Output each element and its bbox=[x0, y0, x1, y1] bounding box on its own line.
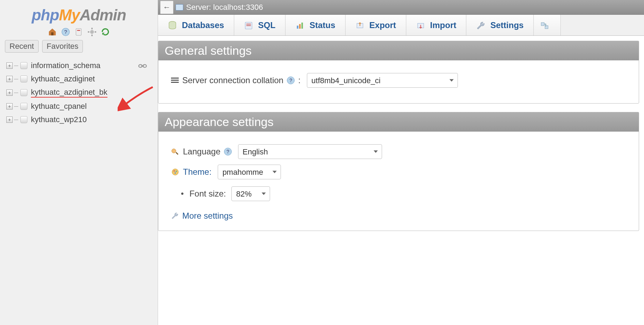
tab-more[interactable] bbox=[534, 15, 561, 35]
tab-sql[interactable]: SQL bbox=[234, 15, 285, 35]
expand-icon[interactable]: + bbox=[6, 76, 13, 82]
app-logo: phpMyAdmin bbox=[0, 3, 158, 25]
database-icon bbox=[20, 75, 27, 82]
link-chain-icon[interactable] bbox=[138, 63, 147, 69]
db-label: information_schema bbox=[31, 61, 100, 70]
db-label: kythuatc_azdiginet bbox=[31, 74, 95, 84]
tab-export[interactable]: Export bbox=[346, 15, 406, 35]
db-label: kythuatc_cpanel bbox=[31, 102, 87, 111]
svg-rect-22 bbox=[541, 22, 544, 26]
database-icon bbox=[20, 62, 27, 69]
reload-icon[interactable] bbox=[101, 27, 110, 37]
database-tree: +information_schema +kythuatc_azdiginet … bbox=[0, 56, 158, 126]
db-tree-item[interactable]: +kythuatc_cpanel bbox=[6, 100, 153, 113]
panel-title: General settings bbox=[158, 41, 639, 60]
server-bar: ← Server: localhost:3306 bbox=[158, 0, 644, 15]
server-label: Server: localhost:3306 bbox=[186, 3, 263, 12]
database-icon bbox=[168, 21, 177, 29]
theme-select[interactable]: pmahomme bbox=[218, 165, 281, 179]
svg-point-31 bbox=[175, 172, 176, 174]
sql-icon bbox=[244, 21, 253, 29]
server-icon bbox=[176, 4, 183, 11]
svg-text:?: ? bbox=[64, 29, 67, 35]
home-icon[interactable] bbox=[48, 27, 57, 37]
svg-rect-25 bbox=[171, 80, 179, 81]
tab-label: Settings bbox=[490, 20, 524, 30]
tab-label: Export bbox=[369, 20, 396, 30]
svg-point-27 bbox=[172, 149, 176, 153]
general-settings-panel: General settings Server connection colla… bbox=[158, 41, 639, 104]
db-tree-item[interactable]: +kythuatc_azdiginet_bk bbox=[6, 86, 153, 100]
database-icon bbox=[20, 89, 27, 96]
status-icon bbox=[295, 21, 304, 29]
top-tabs: Databases SQL Status Export Import Setti… bbox=[158, 15, 644, 36]
expand-icon[interactable]: + bbox=[6, 62, 13, 69]
language-select[interactable]: English bbox=[238, 144, 382, 159]
svg-rect-4 bbox=[77, 30, 80, 31]
svg-point-29 bbox=[173, 170, 175, 172]
language-label: Language bbox=[183, 147, 221, 157]
sidebar: phpMyAdmin ? Recent Favorites +informati… bbox=[0, 0, 158, 325]
tab-label: Status bbox=[309, 20, 335, 30]
fontsize-label: Font size: bbox=[189, 189, 226, 199]
tab-settings[interactable]: Settings bbox=[466, 15, 534, 35]
svg-rect-24 bbox=[171, 78, 179, 79]
svg-point-5 bbox=[90, 30, 94, 34]
expand-icon[interactable]: + bbox=[6, 89, 13, 96]
theme-icon bbox=[171, 168, 179, 176]
collation-select[interactable]: utf8mb4_unicode_ci bbox=[307, 73, 458, 88]
wrench-icon bbox=[476, 21, 485, 29]
help-icon[interactable]: ? bbox=[224, 148, 232, 155]
appearance-settings-panel: Appearance settings Language ? English bbox=[158, 112, 639, 231]
tab-label: Import bbox=[430, 20, 456, 30]
theme-link[interactable]: Theme: bbox=[183, 167, 211, 177]
tab-label: SQL bbox=[258, 20, 275, 30]
help-icon[interactable]: ? bbox=[287, 77, 295, 84]
svg-point-28 bbox=[172, 169, 178, 175]
tab-favorites[interactable]: Favorites bbox=[42, 40, 83, 53]
sidebar-quick-icons: ? bbox=[0, 27, 158, 37]
more-settings-link[interactable]: More settings bbox=[171, 211, 626, 221]
main-panel: ← Server: localhost:3306 Databases SQL S… bbox=[158, 0, 644, 325]
tab-label: Databases bbox=[182, 20, 224, 30]
collation-label: Server connection collation bbox=[182, 75, 283, 85]
expand-icon[interactable]: + bbox=[6, 103, 13, 110]
language-icon bbox=[171, 147, 179, 156]
db-tree-item[interactable]: +kythuatc_azdiginet bbox=[6, 72, 153, 86]
replication-icon bbox=[540, 21, 549, 29]
sidebar-nav-tabs: Recent Favorites bbox=[5, 40, 153, 53]
fontsize-select[interactable]: 82% bbox=[231, 186, 270, 201]
export-icon bbox=[355, 21, 364, 29]
svg-rect-17 bbox=[297, 26, 298, 29]
back-button[interactable]: ← bbox=[160, 1, 173, 14]
more-settings-label: More settings bbox=[182, 211, 233, 221]
svg-rect-16 bbox=[247, 25, 251, 26]
import-icon bbox=[416, 21, 425, 29]
help-icon[interactable]: ? bbox=[61, 27, 70, 37]
tab-recent[interactable]: Recent bbox=[5, 40, 39, 53]
server-label-prefix: Server: bbox=[186, 3, 211, 12]
svg-rect-19 bbox=[302, 22, 303, 28]
db-label: kythuatc_wp210 bbox=[31, 115, 87, 124]
gear-icon[interactable] bbox=[87, 27, 97, 37]
sql-icon[interactable] bbox=[74, 27, 84, 37]
svg-rect-3 bbox=[76, 28, 81, 35]
svg-rect-15 bbox=[247, 24, 251, 24]
svg-point-30 bbox=[176, 171, 177, 172]
db-tree-item[interactable]: +information_schema bbox=[6, 59, 153, 72]
db-tree-item[interactable]: +kythuatc_wp210 bbox=[6, 113, 153, 126]
server-host: localhost:3306 bbox=[213, 3, 263, 12]
list-icon bbox=[171, 77, 179, 84]
expand-icon[interactable]: + bbox=[6, 117, 13, 123]
database-icon bbox=[20, 116, 27, 123]
db-label: kythuatc_azdiginet_bk bbox=[31, 88, 107, 98]
panel-title: Appearance settings bbox=[158, 112, 639, 132]
tab-status[interactable]: Status bbox=[285, 15, 345, 35]
svg-rect-0 bbox=[51, 32, 54, 35]
database-icon bbox=[20, 103, 27, 110]
wrench-icon bbox=[171, 212, 179, 220]
svg-rect-26 bbox=[171, 82, 179, 83]
tab-databases[interactable]: Databases bbox=[158, 15, 234, 35]
tab-import[interactable]: Import bbox=[406, 15, 467, 35]
svg-rect-18 bbox=[299, 24, 301, 28]
